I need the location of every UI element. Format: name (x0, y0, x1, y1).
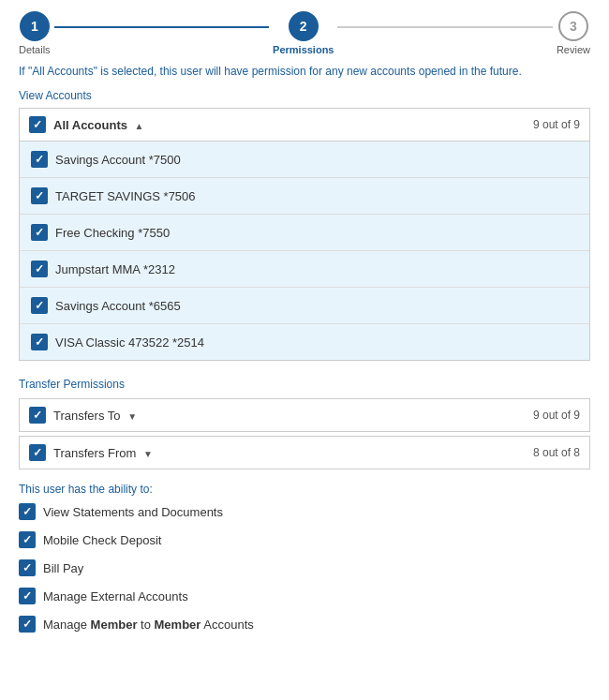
account-label-5: VISA Classic 473522 *2514 (55, 335, 204, 350)
step-3: 3 Review (557, 11, 590, 55)
step-3-number: 3 (570, 19, 577, 34)
ability-checkbox-3[interactable] (19, 588, 36, 604)
transfers-from-count: 8 out of 8 (533, 446, 580, 459)
step-2-label: Permissions (273, 44, 334, 55)
ability-label-4: Manage Member to Member Accounts (43, 618, 254, 632)
step-1-circle: 1 (20, 11, 50, 41)
account-label-4: Savings Account *6565 (55, 299, 181, 313)
step-1-label: Details (19, 44, 51, 55)
account-checkbox-4[interactable] (31, 297, 48, 314)
account-list: Savings Account *7500 TARGET SAVINGS *75… (19, 141, 590, 361)
ability-label-0: View Statements and Documents (43, 505, 223, 519)
ability-label-2: Bill Pay (43, 561, 83, 575)
transfers-to-checkbox[interactable] (29, 407, 46, 424)
step-1-number: 1 (31, 19, 38, 34)
transfers-from-row[interactable]: Transfers From ▼ 8 out of 8 (19, 436, 590, 469)
step-line-1 (54, 26, 269, 28)
transfers-to-row[interactable]: Transfers To ▼ 9 out of 9 (19, 398, 590, 432)
list-item[interactable]: TARGET SAVINGS *7506 (20, 178, 589, 215)
account-label-0: Savings Account *7500 (55, 153, 181, 167)
account-checkbox-1[interactable] (31, 187, 48, 204)
step-2-circle: 2 (289, 11, 319, 41)
ability-item-4: Manage Member to Member Accounts (19, 616, 590, 633)
account-label-3: Jumpstart MMA *2312 (55, 262, 175, 276)
account-label-2: Free Checking *7550 (55, 226, 170, 240)
all-accounts-count: 9 out of 9 (533, 118, 580, 131)
ability-label-1: Mobile Check Deposit (43, 533, 161, 547)
view-accounts-section-label: View Accounts (19, 89, 590, 102)
all-accounts-row[interactable]: All Accounts ▲ 9 out of 9 (19, 108, 590, 141)
ability-item-3: Manage External Accounts (19, 588, 590, 604)
transfer-section-label: Transfer Permissions (19, 378, 590, 391)
all-accounts-checkbox[interactable] (29, 116, 46, 133)
list-item[interactable]: Free Checking *7550 (20, 215, 589, 251)
all-accounts-label: All Accounts ▲ (53, 118, 533, 132)
step-3-label: Review (557, 44, 590, 55)
ability-header: This user has the ability to: (19, 483, 590, 496)
ability-checkbox-0[interactable] (19, 503, 36, 520)
account-checkbox-2[interactable] (31, 224, 48, 241)
account-checkbox-3[interactable] (31, 261, 48, 277)
step-2: 2 Permissions (273, 11, 334, 55)
transfers-to-label: Transfers To ▼ (53, 409, 533, 423)
list-item[interactable]: VISA Classic 473522 *2514 (20, 324, 589, 360)
ability-label-3: Manage External Accounts (43, 589, 188, 603)
ability-checkbox-1[interactable] (19, 531, 36, 548)
stepper: 1 Details 2 Permissions 3 Review (19, 11, 590, 55)
list-item[interactable]: Savings Account *6565 (20, 288, 589, 324)
step-3-circle: 3 (558, 11, 588, 41)
account-checkbox-5[interactable] (31, 334, 48, 350)
ability-item-2: Bill Pay (19, 559, 590, 576)
transfers-from-checkbox[interactable] (29, 444, 46, 461)
list-item[interactable]: Savings Account *7500 (20, 141, 589, 178)
transfers-to-arrow[interactable]: ▼ (127, 411, 137, 422)
ability-item-1: Mobile Check Deposit (19, 531, 590, 548)
step-2-number: 2 (300, 19, 307, 34)
step-line-2 (337, 26, 552, 28)
ability-checkbox-4[interactable] (19, 616, 36, 633)
list-item[interactable]: Jumpstart MMA *2312 (20, 251, 589, 288)
account-checkbox-0[interactable] (31, 151, 48, 168)
transfers-from-arrow[interactable]: ▼ (143, 449, 153, 459)
transfers-to-count: 9 out of 9 (533, 409, 580, 422)
step-1: 1 Details (19, 11, 51, 55)
all-accounts-arrow: ▲ (135, 121, 144, 131)
transfers-from-label: Transfers From ▼ (53, 446, 533, 460)
info-text: If "All Accounts" is selected, this user… (19, 65, 590, 78)
account-label-1: TARGET SAVINGS *7506 (55, 189, 196, 203)
ability-checkbox-2[interactable] (19, 559, 36, 576)
ability-item-0: View Statements and Documents (19, 503, 590, 520)
